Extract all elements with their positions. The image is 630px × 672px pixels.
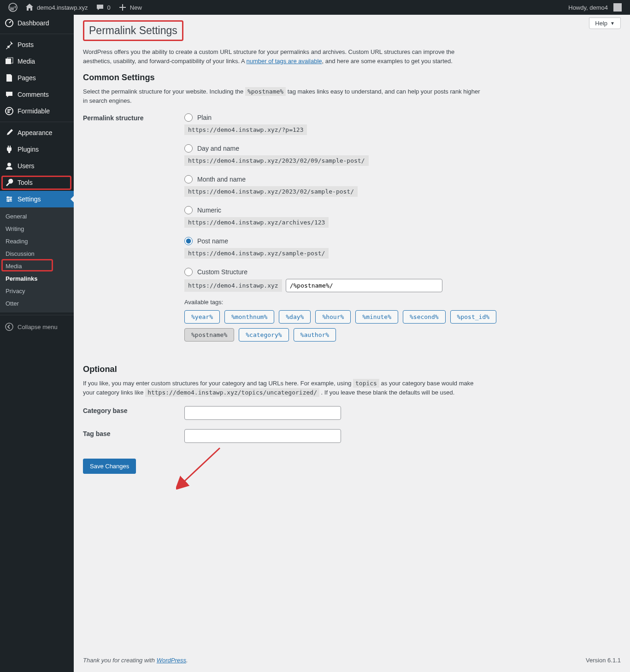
menu-label: Tools [18,179,33,186]
tag-postid[interactable]: %post_id% [450,310,496,324]
tags-row-2: %postname% %category% %author% [184,328,621,342]
tag-year[interactable]: %year% [184,310,220,324]
common-settings-heading: Common Settings [83,73,621,83]
tags-row: %year% %monthnum% %day% %hour% %minute% … [184,310,621,324]
permalink-structure-label: Permalink structure [83,113,184,122]
admin-sidebar: Dashboard Posts Media Pages Comments For… [0,15,74,672]
topics-code: topics [353,379,379,388]
tag-postname[interactable]: %postname% [184,328,234,342]
radio-numeric-label: Numeric [197,206,221,214]
avatar [613,3,622,12]
tag-category[interactable]: %category% [239,328,289,342]
optional-heading: Optional [83,365,621,374]
help-tab[interactable]: Help ▼ [589,18,621,29]
admin-bar: demo4.instawp.xyz 0 New Howdy, demo4 [0,0,630,15]
chevron-down-icon: ▼ [610,21,615,26]
radio-plain-label: Plain [197,114,212,121]
submenu-media[interactable]: Media [0,260,74,272]
radio-postname[interactable] [184,237,193,245]
comment-icon [5,90,14,99]
user-greeting[interactable]: Howdy, demo4 [565,0,625,15]
brush-icon [5,128,14,137]
svg-point-9 [6,323,13,330]
menu-dashboard[interactable]: Dashboard [0,15,74,31]
collapse-label: Collapse menu [18,324,58,330]
menu-comments[interactable]: Comments [0,86,74,103]
tag-minute[interactable]: %minute% [355,310,398,324]
home-icon [25,3,34,12]
users-icon [5,161,14,171]
tag-author[interactable]: %author% [294,328,336,342]
help-label: Help [595,20,607,27]
collapse-menu[interactable]: Collapse menu [0,318,74,336]
tag-hour[interactable]: %hour% [315,310,351,324]
optional-desc: If you like, you may enter custom struct… [83,379,484,397]
submenu-permalinks[interactable]: Permalinks [0,272,74,285]
submenu-otter[interactable]: Otter [0,297,74,310]
menu-label: Appearance [18,129,53,136]
site-name[interactable]: demo4.instawp.xyz [21,0,92,15]
wordpress-link[interactable]: WordPress [157,657,186,664]
dashboard-icon [5,18,14,28]
menu-media[interactable]: Media [0,53,74,70]
comments-count: 0 [107,4,111,11]
radio-monthname-label: Month and name [197,176,246,183]
footer-thank: Thank you for creating with [83,657,157,664]
submenu-discussion[interactable]: Discussion [0,248,74,260]
submenu-general[interactable]: General [0,210,74,223]
new-label: New [130,4,142,11]
radio-custom[interactable] [184,268,193,276]
menu-label: Posts [18,41,34,48]
submenu-reading[interactable]: Reading [0,235,74,248]
menu-users[interactable]: Users [0,158,74,174]
pin-icon [5,40,14,49]
radio-plain[interactable] [184,113,193,122]
menu-label: Plugins [18,146,39,153]
radio-dayname[interactable] [184,144,193,153]
radio-numeric[interactable] [184,206,193,214]
menu-plugins[interactable]: Plugins [0,141,74,158]
wp-logo[interactable] [5,0,21,15]
menu-formidable[interactable]: Formidable [0,103,74,119]
menu-appearance[interactable]: Appearance [0,124,74,141]
settings-submenu: General Writing Reading Discussion Media… [0,207,74,312]
settings-icon [5,195,14,204]
tools-icon [5,178,14,187]
custom-structure-input[interactable] [286,279,442,292]
topics-url-code: https://demo4.instawp.xyz/topics/uncateg… [145,388,319,397]
menu-label: Formidable [18,107,50,115]
comments-bubble[interactable]: 0 [92,0,114,15]
menu-posts[interactable]: Posts [0,36,74,53]
common-desc: Select the permalink structure for your … [83,87,484,105]
tag-base-label: Tag base [83,429,184,437]
example-plain: https://demo4.instawp.xyz/?p=123 [184,124,307,135]
custom-prefix: https://demo4.instawp.xyz [184,279,282,292]
menu-pages[interactable]: Pages [0,70,74,86]
category-base-input[interactable] [184,406,341,420]
example-numeric: https://demo4.instawp.xyz/archives/123 [184,217,329,228]
radio-custom-label: Custom Structure [197,268,247,276]
svg-point-6 [7,196,9,198]
plugin-icon [5,145,14,154]
submenu-privacy[interactable]: Privacy [0,285,74,297]
svg-point-5 [7,163,11,166]
submenu-writing[interactable]: Writing [0,223,74,235]
page-title: Permalink Settings [83,20,183,41]
page-icon [5,73,14,83]
tag-base-input[interactable] [184,429,341,443]
svg-point-8 [7,200,9,202]
radio-monthname[interactable] [184,175,193,183]
menu-tools[interactable]: Tools [0,174,74,191]
example-postname: https://demo4.instawp.xyz/sample-post/ [184,248,329,259]
menu-label: Comments [18,91,49,98]
tags-link[interactable]: number of tags are available [247,58,322,65]
footer: Thank you for creating with WordPress. V… [74,648,630,672]
comment-icon [95,3,105,12]
tag-monthnum[interactable]: %monthnum% [224,310,274,324]
menu-settings[interactable]: Settings [0,191,74,207]
formidable-icon [5,106,14,116]
save-button[interactable]: Save Changes [83,459,136,474]
tag-second[interactable]: %second% [403,310,446,324]
new-content[interactable]: New [114,0,146,15]
tag-day[interactable]: %day% [279,310,311,324]
